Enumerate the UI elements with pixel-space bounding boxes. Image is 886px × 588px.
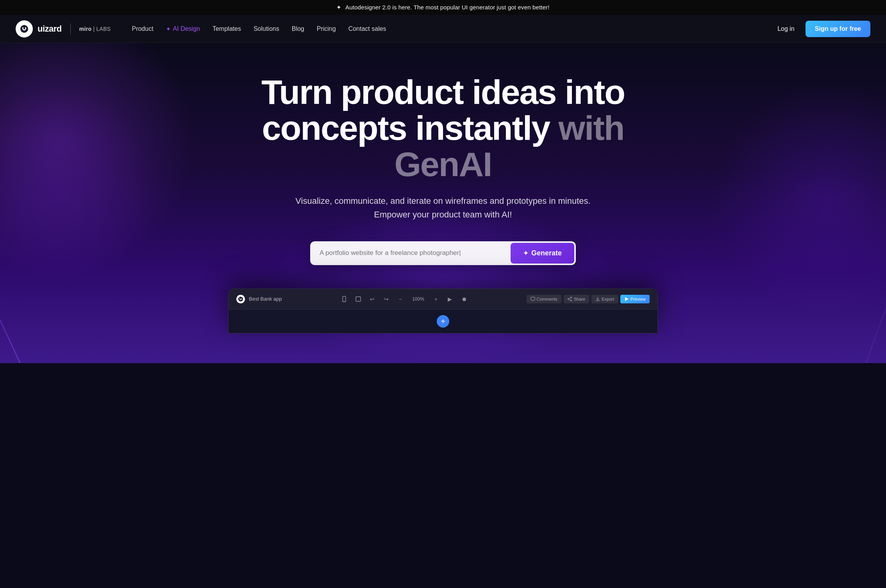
light-beam-left xyxy=(0,151,21,363)
nav-menu: Product ✦ AI Design Templates Solutions … xyxy=(126,22,770,36)
signup-button[interactable]: Sign up for free xyxy=(806,21,870,37)
generate-label: Generate xyxy=(531,249,562,257)
nav-item-product[interactable]: Product xyxy=(126,22,159,36)
logo-icon xyxy=(16,20,33,37)
zoom-in-icon[interactable]: + xyxy=(430,294,441,305)
generate-input[interactable] xyxy=(310,241,509,265)
comments-label: Comments xyxy=(537,297,557,301)
export-label: Export xyxy=(602,297,614,301)
nav-item-solutions[interactable]: Solutions xyxy=(248,22,285,36)
toolbar-center: ↩ ↪ − 100% + ▶ ⏺ xyxy=(339,294,470,305)
app-window: Best Bank app xyxy=(228,289,658,333)
glow-left xyxy=(0,90,156,285)
nav-item-contact-sales[interactable]: Contact sales xyxy=(343,22,392,36)
app-project-title: Best Bank app xyxy=(249,296,282,302)
zoom-out-icon[interactable]: − xyxy=(395,294,406,305)
hero-content: Turn product ideas into concepts instant… xyxy=(228,74,658,333)
light-beam-right xyxy=(865,180,886,363)
app-toolbar: Best Bank app xyxy=(229,289,657,310)
svg-point-2 xyxy=(25,27,26,28)
record-icon[interactable]: ⏺ xyxy=(459,294,470,305)
navbar-actions: Log in Sign up for free xyxy=(770,21,870,37)
nav-item-templates[interactable]: Templates xyxy=(207,22,247,36)
generate-button[interactable]: ✦ Generate xyxy=(511,243,574,264)
navbar: uizard miro | LABS Product ✦ AI Design T… xyxy=(0,15,886,43)
comments-button[interactable]: Comments xyxy=(527,295,561,303)
share-label: Share xyxy=(574,297,585,301)
app-canvas: + xyxy=(229,310,657,333)
hero-section: Turn product ideas into concepts instant… xyxy=(0,43,886,363)
nav-item-ai-design[interactable]: ✦ AI Design xyxy=(161,22,205,36)
app-logo-small xyxy=(236,295,245,303)
play-icon[interactable]: ▶ xyxy=(445,294,456,305)
export-button[interactable]: Export xyxy=(591,295,618,303)
generate-container: ✦ Generate xyxy=(310,241,576,265)
share-button[interactable]: Share xyxy=(564,295,589,303)
hero-title: Turn product ideas into concepts instant… xyxy=(228,74,658,182)
undo-icon[interactable]: ↩ xyxy=(367,294,378,305)
svg-point-1 xyxy=(23,27,23,28)
nav-item-pricing[interactable]: Pricing xyxy=(311,22,341,36)
hero-title-line1: Turn product ideas into xyxy=(261,73,625,111)
logo-link[interactable]: uizard miro | LABS xyxy=(16,20,111,37)
hero-title-line2-white: concepts instantly xyxy=(262,109,550,147)
device-tablet-icon[interactable] xyxy=(353,294,364,305)
toolbar-left: Best Bank app xyxy=(236,295,282,303)
device-mobile-icon[interactable] xyxy=(339,294,350,305)
svg-line-11 xyxy=(569,298,570,299)
announcement-text: Autodesigner 2.0 is here. The most popul… xyxy=(345,4,549,11)
svg-point-8 xyxy=(570,297,572,298)
preview-button[interactable]: Preview xyxy=(620,295,650,303)
svg-point-5 xyxy=(344,300,345,301)
login-button[interactable]: Log in xyxy=(770,21,802,36)
svg-point-9 xyxy=(570,300,572,301)
nav-item-ai-design-label: AI Design xyxy=(173,25,200,32)
logo-divider xyxy=(70,23,71,34)
ai-sparkle-icon: ✦ xyxy=(166,26,171,32)
logo-name: uizard xyxy=(38,24,62,34)
svg-point-10 xyxy=(568,298,569,299)
add-screen-button[interactable]: + xyxy=(437,315,449,328)
miro-labs-text: miro | LABS xyxy=(79,26,111,32)
svg-point-7 xyxy=(358,300,358,301)
redo-icon[interactable]: ↪ xyxy=(381,294,392,305)
announcement-bar: ✦ Autodesigner 2.0 is here. The most pop… xyxy=(0,0,886,15)
zoom-level: 100% xyxy=(409,296,427,302)
svg-point-3 xyxy=(238,297,243,301)
nav-item-blog[interactable]: Blog xyxy=(286,22,310,36)
hero-subtitle: Visualize, communicate, and iterate on w… xyxy=(283,194,603,221)
sparkle-icon: ✦ xyxy=(336,4,341,11)
preview-label: Preview xyxy=(631,297,646,301)
svg-point-0 xyxy=(20,25,28,33)
toolbar-right: Comments Share xyxy=(527,295,650,303)
generate-sparkle-icon: ✦ xyxy=(523,249,528,257)
app-preview: Best Bank app xyxy=(228,289,658,333)
svg-line-12 xyxy=(569,299,570,300)
svg-marker-13 xyxy=(625,297,629,301)
